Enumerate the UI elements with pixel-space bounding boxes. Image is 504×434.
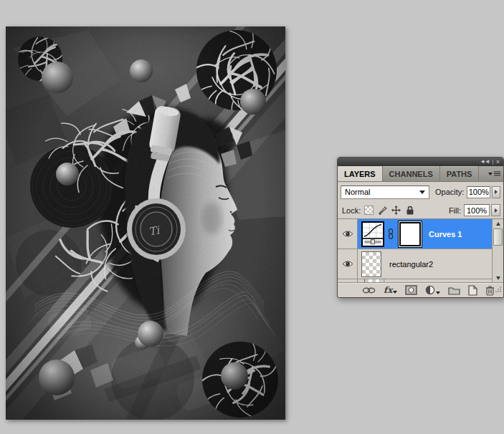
transparent-layer-thumbnail[interactable] — [361, 251, 381, 277]
add-layer-mask-button[interactable] — [405, 285, 417, 295]
tab-channels[interactable]: CHANNELS — [383, 166, 440, 181]
lock-all-padlock-icon[interactable] — [404, 205, 415, 216]
arrow-down-icon — [496, 276, 500, 280]
document-canvas[interactable]: Ti — [6, 26, 285, 420]
slider-arrow-icon — [495, 208, 498, 213]
fill-field[interactable]: 100% — [464, 204, 490, 216]
new-adjustment-layer-button[interactable] — [425, 285, 440, 295]
eye-icon — [342, 230, 353, 238]
layer-name[interactable]: Curves 1 — [429, 230, 462, 238]
scrollbar-thumb[interactable] — [493, 228, 503, 246]
lock-label: Lock: — [342, 206, 361, 215]
new-group-folder-button[interactable] — [448, 286, 460, 295]
visibility-cell[interactable] — [338, 249, 358, 279]
opacity-label: Opacity: — [435, 188, 464, 196]
panel-menu-caret — [488, 173, 493, 175]
link-layers-button[interactable] — [362, 287, 376, 294]
layers-panel: ◄◄ × LAYERS CHANNELS PATHS Normal Opacit… — [337, 157, 504, 298]
layer-row-curves-1[interactable]: Curves 1 — [338, 219, 492, 249]
layer-row-content[interactable]: rectangular2 — [358, 249, 492, 279]
title-bar-separator — [493, 160, 493, 165]
photoshop-workspace: Ti ◄◄ — [0, 0, 504, 434]
fill-value: 100% — [467, 206, 487, 215]
mask-link-icon[interactable] — [388, 228, 394, 239]
tab-bar-spacer — [479, 166, 485, 181]
close-panel-icon[interactable]: × — [496, 159, 500, 165]
arrow-up-icon — [496, 222, 500, 226]
blend-mode-dropdown[interactable]: Normal — [341, 185, 429, 199]
scroll-down-button[interactable] — [493, 274, 503, 282]
blend-mode-value: Normal — [345, 188, 370, 196]
layer-list: Curves 1 rectangular2 — [338, 218, 503, 282]
delete-layer-trash-button[interactable] — [485, 285, 495, 296]
canvas-artwork: Ti — [6, 26, 285, 420]
panel-menu-icon[interactable] — [485, 166, 503, 181]
panel-title-bar[interactable]: ◄◄ × — [338, 158, 503, 166]
visibility-cell[interactable] — [338, 219, 358, 249]
layer-list-scrollbar[interactable] — [492, 219, 503, 282]
layer-row-content[interactable]: Curves 1 — [358, 219, 492, 249]
panel-resize-grip[interactable] — [495, 283, 502, 296]
fill-label: Fill: — [449, 206, 461, 215]
layer-row-rectangular2[interactable]: rectangular2 — [338, 249, 492, 279]
panel-tab-bar: LAYERS CHANNELS PATHS — [338, 166, 503, 182]
opacity-field[interactable]: 100% — [467, 186, 490, 198]
layer-name[interactable]: rectangular2 — [389, 260, 433, 269]
curves-adjustment-thumbnail[interactable] — [361, 221, 384, 247]
layers-panel-toolbar: fx — [338, 282, 503, 297]
panel-menu-lines — [494, 171, 500, 176]
chevron-down-icon — [419, 191, 425, 194]
lock-transparency-icon[interactable] — [363, 205, 374, 216]
lock-row: Lock: Fill: 100% — [338, 202, 503, 218]
opacity-slider-button[interactable] — [492, 186, 500, 198]
new-layer-button[interactable] — [468, 285, 477, 296]
tab-layers[interactable]: LAYERS — [338, 166, 383, 181]
fill-slider-button[interactable] — [491, 204, 500, 216]
opacity-value: 100% — [469, 188, 489, 196]
collapse-panel-icon[interactable]: ◄◄ — [480, 159, 490, 165]
lock-position-move-icon[interactable] — [391, 205, 401, 216]
lock-pixels-brush-icon[interactable] — [377, 205, 388, 216]
eye-icon — [342, 260, 353, 268]
slider-arrow-icon — [495, 190, 498, 194]
layer-style-fx-button[interactable]: fx — [384, 286, 397, 294]
tab-paths[interactable]: PATHS — [440, 166, 480, 181]
blend-mode-row: Normal Opacity: 100% — [338, 182, 503, 202]
scroll-up-button[interactable] — [493, 219, 503, 228]
layer-mask-thumbnail[interactable] — [399, 222, 421, 246]
